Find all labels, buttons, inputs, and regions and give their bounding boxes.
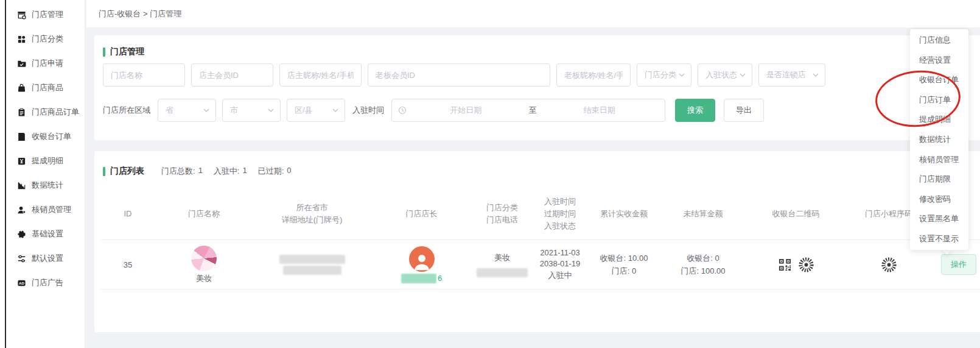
menu-item-data-statistics[interactable]: 数据统计 [910, 130, 968, 150]
sidebar-item-label: 门店管理 [32, 9, 63, 20]
sidebar-item-label: 收银台订单 [32, 131, 71, 142]
person-icon [411, 251, 432, 272]
owner-nickname-input[interactable] [279, 63, 362, 87]
date-range-separator: 至 [525, 105, 541, 116]
boss-member-id-input[interactable] [368, 63, 550, 87]
chevron-down-icon [813, 73, 819, 77]
menu-item-cashier-orders[interactable]: 收银台订单 [910, 70, 968, 90]
sidebar-item-verifier-management[interactable]: 核销员管理 [6, 197, 85, 222]
menu-item-verifier-management[interactable]: 核销员管理 [910, 149, 968, 169]
sidebar-item-store-goods-orders[interactable]: 门店商品订单 [6, 100, 85, 124]
table-header-row: ID 门店名称 所在省市 详细地址(门牌号) 门店店长 门店分类 门店电话 入驻… [100, 188, 980, 240]
sidebar-item-store-goods[interactable]: 门店商品 [6, 76, 85, 100]
cell-received-amount: 收银台: 10.00 门店: 0 [587, 253, 660, 277]
sidebar-item-store-management[interactable]: 门店管理 [6, 2, 85, 27]
sidebar-item-basic-settings[interactable]: 基础设置 [6, 222, 85, 246]
search-button[interactable]: 搜索 [675, 99, 715, 122]
store-category-select-placeholder: 门店分类 [645, 69, 676, 80]
store-name-input[interactable] [103, 63, 185, 87]
sidebar-item-label: 基础设置 [32, 229, 63, 240]
action-button[interactable]: 操作 [941, 254, 976, 275]
store-list-card: 门店列表 门店总数:1 入驻中:1 已过期:0 ID 门店名称 所在省市 详细地… [94, 151, 980, 332]
sidebar-item-label: 核销员管理 [32, 204, 71, 215]
chain-store-select-placeholder: 是否连锁店 [766, 69, 806, 80]
menu-item-store-orders[interactable]: 门店订单 [910, 90, 968, 110]
col-header-time-status: 入驻时间 过期时间 入驻状态 [533, 196, 587, 232]
main-content: 门店-收银台 > 门店管理 门店管理 门店分类 入驻状态 是否连锁店 [85, 0, 980, 348]
menu-item-change-password[interactable]: 修改密码 [910, 189, 968, 209]
end-date-placeholder[interactable]: 结束日期 [541, 105, 659, 116]
cell-unsettled-amount: 收银台: 0 门店: 100.00 [660, 253, 746, 277]
owner-member-id-input[interactable] [191, 63, 273, 87]
city-select-placeholder: 市 [230, 105, 238, 116]
miniprogram-code-icon[interactable] [881, 257, 897, 273]
export-button[interactable]: 导出 [724, 99, 764, 122]
chevron-down-icon [332, 108, 338, 112]
store-stats: 门店总数:1 入驻中:1 已过期:0 [161, 166, 292, 177]
gear-icon [16, 229, 26, 239]
menu-item-business-settings[interactable]: 经营设置 [910, 51, 968, 71]
region-label: 门店所在区域 [103, 105, 150, 116]
sidebar-item-data-statistics[interactable]: 数据统计 [6, 173, 85, 197]
chevron-down-icon [740, 73, 746, 77]
boss-nickname-input[interactable] [556, 63, 631, 87]
cell-action: 操作 [931, 254, 980, 275]
sidebar-item-store-category[interactable]: 门店分类 [6, 27, 85, 51]
menu-item-store-term[interactable]: 门店期限 [910, 169, 968, 190]
settle-status-select[interactable]: 入驻状态 [698, 63, 752, 87]
menu-item-store-info[interactable]: 门店信息 [910, 30, 968, 51]
category-text: 美妆 [494, 252, 510, 263]
filter-card-title: 门店管理 [110, 46, 144, 57]
censored-address-line2 [283, 266, 341, 275]
filter-card-title-row: 门店管理 [103, 46, 144, 57]
stat-active-value: 1 [242, 166, 247, 177]
start-date-placeholder[interactable]: 开始日期 [407, 105, 525, 116]
col-header-manager: 门店店长 [371, 208, 472, 220]
menu-item-commission-detail[interactable]: 提成明细 [910, 110, 968, 130]
menu-item-set-blacklist[interactable]: 设置黑名单 [910, 209, 968, 229]
money-icon [16, 156, 26, 166]
chain-store-select[interactable]: 是否连锁店 [758, 63, 825, 87]
stat-total-label: 门店总数: [161, 166, 195, 177]
svg-text:AD: AD [19, 281, 24, 285]
filter-row-1: 门店分类 入驻状态 是否连锁店 [103, 63, 980, 87]
title-accent-bar [103, 167, 105, 176]
sidebar-item-commission-detail[interactable]: 提成明细 [6, 149, 85, 173]
sidebar-item-cashier-orders[interactable]: 收银台订单 [6, 124, 85, 149]
col-header-category-phone: 门店分类 门店电话 [472, 202, 533, 226]
store-management-card: 门店管理 门店分类 入驻状态 是否连锁店 门店所在区域 省 [94, 35, 980, 140]
store-avatar[interactable] [191, 246, 217, 271]
filter-row-2: 门店所在区域 省 市 区/县 入驻时间 开始日期 至 结束日期 搜索 导出 [103, 99, 980, 122]
city-select[interactable]: 市 [222, 99, 281, 122]
sidebar-item-default-settings[interactable]: 默认设置 [6, 246, 85, 271]
province-select[interactable]: 省 [158, 99, 216, 122]
grid-icon [16, 34, 26, 44]
menu-item-set-hidden[interactable]: 设置不显示 [910, 229, 968, 249]
sidebar-item-store-ads[interactable]: AD 门店广告 [6, 271, 85, 295]
stat-expired-label: 已过期: [258, 166, 284, 177]
manager-avatar[interactable] [409, 246, 435, 272]
cell-cashier-qrcode [746, 257, 846, 273]
district-select[interactable]: 区/县 [287, 99, 345, 122]
settle-time-label: 入驻时间 [352, 105, 384, 116]
cell-time-status: 2021-11-03 2038-01-19 入驻中 [533, 248, 587, 281]
list-card-title: 门店列表 [110, 166, 144, 177]
ad-icon: AD [16, 278, 26, 288]
unsettled-store: 门店: 100.00 [681, 266, 726, 277]
chevron-down-icon [203, 108, 209, 112]
manager-id-suffix: 6 [438, 274, 442, 283]
settle-status-select-placeholder: 入驻状态 [705, 69, 737, 80]
store-category-select[interactable]: 门店分类 [637, 63, 691, 87]
settle-date-range-picker[interactable]: 开始日期 至 结束日期 [391, 99, 665, 122]
breadcrumb-text: 门店-收银台 > 门店管理 [99, 9, 181, 20]
bar-chart-icon [16, 180, 26, 190]
settle-status: 入驻中 [548, 270, 572, 281]
miniprogram-code-icon[interactable] [798, 257, 814, 273]
store-name-text: 美妆 [196, 273, 212, 284]
col-header-unsettled: 未结算金额 [660, 208, 746, 220]
store-table: ID 门店名称 所在省市 详细地址(门牌号) 门店店长 门店分类 门店电话 入驻… [100, 188, 980, 289]
sidebar-item-label: 门店商品 [32, 82, 63, 93]
province-select-placeholder: 省 [166, 105, 173, 116]
sidebar-item-store-application[interactable]: 门店申请 [6, 51, 85, 76]
qr-code-icon[interactable] [778, 258, 792, 272]
